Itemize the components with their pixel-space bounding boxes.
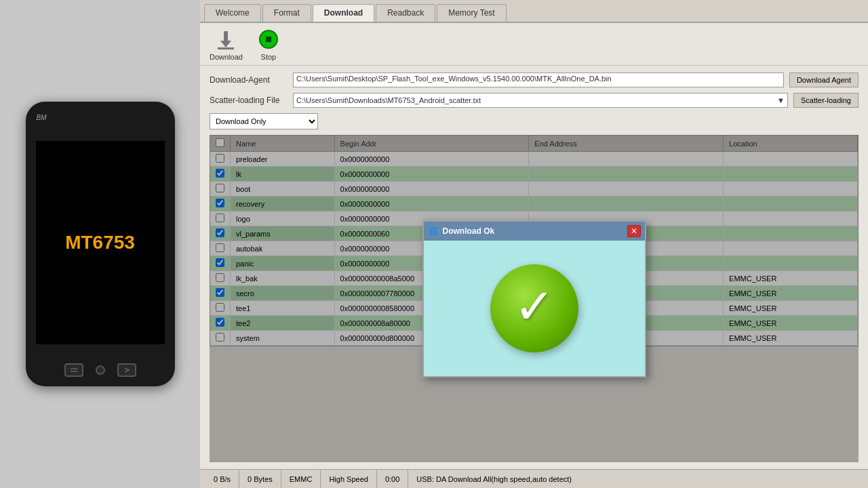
tab-memory-test[interactable]: Memory Test	[437, 4, 506, 22]
tab-welcome[interactable]: Welcome	[204, 4, 261, 22]
phone-model-text: MT6753	[65, 232, 135, 253]
scatter-dropdown-arrow: ▼	[777, 96, 785, 104]
mode-select[interactable]: Download Only	[210, 113, 318, 129]
svg-rect-1	[71, 371, 77, 372]
tab-format[interactable]: Format	[262, 4, 311, 22]
table-wrapper: Name Begin Addr End Address Location pre…	[210, 135, 859, 462]
scatter-button[interactable]: Scatter-loading	[793, 93, 859, 108]
phone-button-home	[96, 365, 105, 375]
modal-title-text: Download Ok	[443, 226, 495, 236]
status-speed: 0 B/s	[205, 470, 239, 488]
toolbar: Download Stop	[200, 23, 868, 66]
download-agent-input[interactable]: C:\Users\Sumit\Desktop\SP_Flash_Tool_exe…	[293, 73, 784, 87]
status-time: 0:00	[377, 470, 408, 488]
download-button[interactable]: Download	[210, 27, 243, 61]
content-area: Download-Agent C:\Users\Sumit\Desktop\SP…	[200, 66, 868, 469]
tab-bar: Welcome Format Download Readback Memory …	[200, 0, 868, 23]
phone-buttons	[64, 363, 136, 377]
modal-title-bar: Download Ok ✕	[424, 222, 645, 241]
modal-content: ✓	[424, 241, 645, 376]
download-label: Download	[210, 53, 243, 61]
status-bar: 0 B/s 0 Bytes EMMC High Speed 0:00 USB: …	[200, 469, 868, 488]
phone-bm-label: BM	[37, 114, 47, 121]
phone-top-bar: BM	[34, 114, 167, 121]
download-agent-button[interactable]: Download Agent	[789, 73, 859, 87]
modal-title-left: Download Ok	[428, 226, 495, 237]
scatter-value: C:\Users\Sumit\Downloads\MT6753_Android_…	[296, 96, 481, 104]
download-ok-dialog: Download Ok ✕ ✓	[422, 220, 646, 378]
status-mode: High Speed	[321, 470, 377, 488]
modal-overlay: Download Ok ✕ ✓	[210, 135, 859, 462]
modal-title-icon	[428, 226, 439, 237]
phone-panel: BM MT6753	[0, 0, 200, 488]
phone-button-left	[64, 363, 83, 377]
phone-screen: MT6753	[36, 141, 165, 344]
phone-button-right	[117, 363, 136, 377]
scatter-label: Scatter-loading File	[210, 96, 288, 105]
main-panel: Welcome Format Download Readback Memory …	[200, 0, 868, 488]
tab-download[interactable]: Download	[313, 4, 374, 22]
checkmark-icon: ✓	[514, 282, 555, 331]
download-icon	[214, 27, 238, 52]
tab-readback[interactable]: Readback	[376, 4, 435, 22]
status-message: USB: DA Download All(high speed,auto det…	[408, 470, 863, 488]
download-agent-row: Download-Agent C:\Users\Sumit\Desktop\SP…	[210, 73, 859, 87]
phone-body: BM MT6753	[26, 102, 175, 386]
svg-marker-3	[220, 41, 231, 47]
modal-close-button[interactable]: ✕	[627, 225, 641, 237]
svg-rect-2	[224, 31, 228, 41]
svg-rect-4	[218, 47, 234, 49]
success-circle: ✓	[490, 264, 578, 352]
svg-rect-0	[71, 368, 77, 369]
mode-row: Download Only	[210, 113, 859, 129]
scatter-input[interactable]: C:\Users\Sumit\Downloads\MT6753_Android_…	[293, 93, 788, 108]
stop-label: Stop	[261, 53, 277, 61]
scatter-file-row: Scatter-loading File C:\Users\Sumit\Down…	[210, 93, 859, 108]
status-size: 0 Bytes	[239, 470, 281, 488]
stop-icon	[256, 27, 281, 52]
download-agent-label: Download-Agent	[210, 75, 288, 85]
status-storage: EMMC	[281, 470, 321, 488]
stop-button[interactable]: Stop	[256, 27, 281, 61]
